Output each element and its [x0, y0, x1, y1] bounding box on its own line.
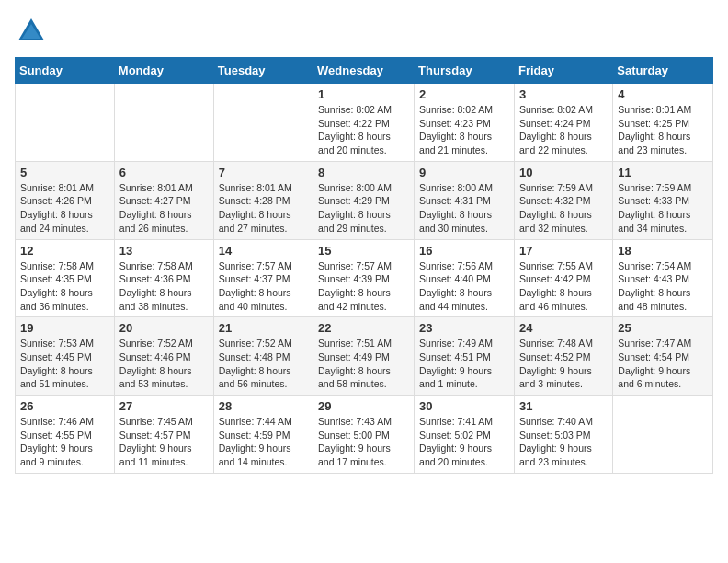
day-info: Sunrise: 7:52 AM Sunset: 4:48 PM Dayligh…	[219, 337, 308, 391]
calendar-cell: 23Sunrise: 7:49 AM Sunset: 4:51 PM Dayli…	[415, 317, 515, 396]
day-number: 27	[119, 399, 209, 413]
calendar-cell: 10Sunrise: 7:59 AM Sunset: 4:32 PM Dayli…	[514, 161, 612, 239]
day-info: Sunrise: 7:55 AM Sunset: 4:42 PM Dayligh…	[519, 259, 608, 314]
day-number: 29	[318, 399, 409, 413]
calendar-cell: 2Sunrise: 8:02 AM Sunset: 4:23 PM Daylig…	[415, 84, 515, 162]
day-number: 18	[618, 244, 708, 258]
page-header	[15, 15, 713, 48]
calendar-cell: 28Sunrise: 7:44 AM Sunset: 4:59 PM Dayli…	[213, 396, 313, 474]
day-number: 8	[318, 166, 409, 179]
day-info: Sunrise: 8:02 AM Sunset: 4:22 PM Dayligh…	[318, 103, 409, 157]
calendar-cell: 21Sunrise: 7:52 AM Sunset: 4:48 PM Dayli…	[213, 317, 313, 396]
column-header-thursday: Thursday	[415, 58, 515, 84]
day-info: Sunrise: 8:00 AM Sunset: 4:31 PM Dayligh…	[419, 181, 509, 236]
logo	[15, 15, 51, 48]
calendar-cell: 6Sunrise: 8:01 AM Sunset: 4:27 PM Daylig…	[114, 161, 213, 239]
day-number: 24	[519, 321, 608, 335]
calendar-week-1: 1Sunrise: 8:02 AM Sunset: 4:22 PM Daylig…	[16, 84, 713, 162]
day-number: 11	[618, 166, 708, 179]
day-number: 6	[119, 166, 209, 179]
day-info: Sunrise: 7:44 AM Sunset: 4:59 PM Dayligh…	[219, 415, 308, 469]
calendar-cell: 9Sunrise: 8:00 AM Sunset: 4:31 PM Daylig…	[415, 161, 515, 239]
day-number: 17	[519, 244, 608, 258]
day-info: Sunrise: 7:48 AM Sunset: 4:52 PM Dayligh…	[519, 337, 608, 391]
calendar-cell: 18Sunrise: 7:54 AM Sunset: 4:43 PM Dayli…	[613, 239, 713, 317]
calendar-cell: 27Sunrise: 7:45 AM Sunset: 4:57 PM Dayli…	[114, 396, 213, 474]
calendar-cell: 7Sunrise: 8:01 AM Sunset: 4:28 PM Daylig…	[213, 161, 313, 239]
day-info: Sunrise: 7:46 AM Sunset: 4:55 PM Dayligh…	[20, 415, 109, 469]
calendar-week-5: 26Sunrise: 7:46 AM Sunset: 4:55 PM Dayli…	[16, 396, 713, 474]
day-info: Sunrise: 8:01 AM Sunset: 4:27 PM Dayligh…	[119, 181, 209, 236]
day-number: 16	[419, 244, 509, 258]
day-number: 21	[219, 321, 308, 335]
day-number: 15	[318, 244, 409, 258]
day-number: 31	[519, 399, 608, 413]
day-number: 7	[219, 166, 308, 179]
day-number: 4	[618, 87, 708, 101]
day-info: Sunrise: 7:43 AM Sunset: 5:00 PM Dayligh…	[318, 415, 409, 469]
day-info: Sunrise: 7:57 AM Sunset: 4:39 PM Dayligh…	[318, 259, 409, 314]
day-number: 10	[519, 166, 608, 179]
calendar-cell: 31Sunrise: 7:40 AM Sunset: 5:03 PM Dayli…	[514, 396, 612, 474]
calendar-cell: 5Sunrise: 8:01 AM Sunset: 4:26 PM Daylig…	[16, 161, 115, 239]
day-info: Sunrise: 7:59 AM Sunset: 4:32 PM Dayligh…	[519, 181, 608, 236]
day-info: Sunrise: 7:58 AM Sunset: 4:36 PM Dayligh…	[119, 259, 209, 314]
calendar-cell	[613, 396, 713, 474]
calendar-header-row: SundayMondayTuesdayWednesdayThursdayFrid…	[16, 58, 713, 84]
day-info: Sunrise: 8:02 AM Sunset: 4:24 PM Dayligh…	[519, 103, 608, 157]
calendar-cell: 1Sunrise: 8:02 AM Sunset: 4:22 PM Daylig…	[313, 84, 415, 162]
day-number: 25	[618, 321, 708, 335]
calendar-cell: 20Sunrise: 7:52 AM Sunset: 4:46 PM Dayli…	[114, 317, 213, 396]
day-number: 9	[419, 166, 509, 179]
day-number: 1	[318, 87, 409, 101]
calendar: SundayMondayTuesdayWednesdayThursdayFrid…	[15, 57, 713, 474]
day-number: 22	[318, 321, 409, 335]
day-info: Sunrise: 7:41 AM Sunset: 5:02 PM Dayligh…	[419, 415, 509, 469]
day-number: 2	[419, 87, 509, 101]
calendar-cell: 8Sunrise: 8:00 AM Sunset: 4:29 PM Daylig…	[313, 161, 415, 239]
column-header-monday: Monday	[114, 58, 213, 84]
column-header-tuesday: Tuesday	[213, 58, 313, 84]
calendar-cell: 26Sunrise: 7:46 AM Sunset: 4:55 PM Dayli…	[16, 396, 115, 474]
day-info: Sunrise: 7:47 AM Sunset: 4:54 PM Dayligh…	[618, 337, 708, 391]
day-number: 28	[219, 399, 308, 413]
day-info: Sunrise: 8:01 AM Sunset: 4:25 PM Dayligh…	[618, 103, 708, 157]
calendar-week-2: 5Sunrise: 8:01 AM Sunset: 4:26 PM Daylig…	[16, 161, 713, 239]
calendar-cell: 16Sunrise: 7:56 AM Sunset: 4:40 PM Dayli…	[415, 239, 515, 317]
calendar-cell: 13Sunrise: 7:58 AM Sunset: 4:36 PM Dayli…	[114, 239, 213, 317]
day-number: 26	[20, 399, 109, 413]
day-info: Sunrise: 7:52 AM Sunset: 4:46 PM Dayligh…	[119, 337, 209, 391]
day-number: 23	[419, 321, 509, 335]
calendar-cell: 19Sunrise: 7:53 AM Sunset: 4:45 PM Dayli…	[16, 317, 115, 396]
calendar-cell: 12Sunrise: 7:58 AM Sunset: 4:35 PM Dayli…	[16, 239, 115, 317]
column-header-saturday: Saturday	[613, 58, 713, 84]
calendar-week-3: 12Sunrise: 7:58 AM Sunset: 4:35 PM Dayli…	[16, 239, 713, 317]
day-number: 20	[119, 321, 209, 335]
day-number: 12	[20, 244, 109, 258]
calendar-cell: 15Sunrise: 7:57 AM Sunset: 4:39 PM Dayli…	[313, 239, 415, 317]
column-header-friday: Friday	[514, 58, 612, 84]
calendar-cell: 24Sunrise: 7:48 AM Sunset: 4:52 PM Dayli…	[514, 317, 612, 396]
day-info: Sunrise: 7:57 AM Sunset: 4:37 PM Dayligh…	[219, 259, 308, 314]
calendar-week-4: 19Sunrise: 7:53 AM Sunset: 4:45 PM Dayli…	[16, 317, 713, 396]
day-info: Sunrise: 7:45 AM Sunset: 4:57 PM Dayligh…	[119, 415, 209, 469]
day-number: 30	[419, 399, 509, 413]
day-info: Sunrise: 8:02 AM Sunset: 4:23 PM Dayligh…	[419, 103, 509, 157]
calendar-cell: 29Sunrise: 7:43 AM Sunset: 5:00 PM Dayli…	[313, 396, 415, 474]
calendar-cell: 4Sunrise: 8:01 AM Sunset: 4:25 PM Daylig…	[613, 84, 713, 162]
day-info: Sunrise: 7:58 AM Sunset: 4:35 PM Dayligh…	[20, 259, 109, 314]
day-info: Sunrise: 8:01 AM Sunset: 4:28 PM Dayligh…	[219, 181, 308, 236]
calendar-cell: 25Sunrise: 7:47 AM Sunset: 4:54 PM Dayli…	[613, 317, 713, 396]
calendar-cell: 14Sunrise: 7:57 AM Sunset: 4:37 PM Dayli…	[213, 239, 313, 317]
day-info: Sunrise: 7:51 AM Sunset: 4:49 PM Dayligh…	[318, 337, 409, 391]
column-header-sunday: Sunday	[16, 58, 115, 84]
calendar-cell: 17Sunrise: 7:55 AM Sunset: 4:42 PM Dayli…	[514, 239, 612, 317]
calendar-cell: 30Sunrise: 7:41 AM Sunset: 5:02 PM Dayli…	[415, 396, 515, 474]
calendar-cell: 11Sunrise: 7:59 AM Sunset: 4:33 PM Dayli…	[613, 161, 713, 239]
day-info: Sunrise: 8:00 AM Sunset: 4:29 PM Dayligh…	[318, 181, 409, 236]
calendar-cell	[213, 84, 313, 162]
calendar-cell	[114, 84, 213, 162]
day-info: Sunrise: 7:53 AM Sunset: 4:45 PM Dayligh…	[20, 337, 109, 391]
day-info: Sunrise: 7:49 AM Sunset: 4:51 PM Dayligh…	[419, 337, 509, 391]
day-info: Sunrise: 7:56 AM Sunset: 4:40 PM Dayligh…	[419, 259, 509, 314]
